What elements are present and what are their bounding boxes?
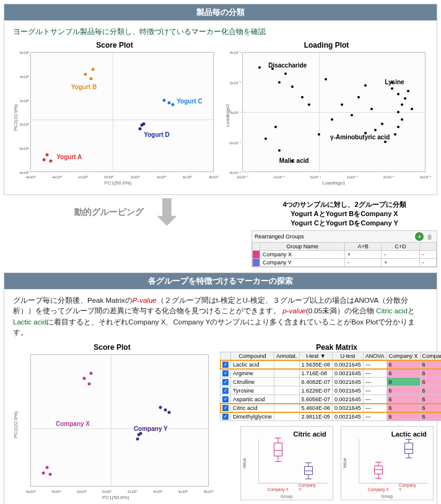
axis-y: PC2(22.9%) bbox=[13, 411, 19, 438]
table-row[interactable]: ✓Aspartic acid5.6056E-070.0021645---66 bbox=[220, 395, 442, 404]
boxplot-citric: Citric acid Value bbox=[240, 426, 333, 500]
label-disaccharide: Disaccharide bbox=[268, 62, 307, 69]
panel2-title: 各グループを特徴づけるマーカーの探索 bbox=[4, 273, 437, 289]
delete-group-button[interactable]: 🗑 bbox=[426, 232, 434, 241]
rearranged-title: Rearranged Groups bbox=[255, 233, 304, 240]
table-row[interactable]: ✓Tyrosine1.6226E-070.0021645---66 bbox=[220, 386, 442, 395]
table-row[interactable]: ✓Arginine1.716E-080.0021645---66 bbox=[220, 369, 442, 378]
label-company-y: Company Y bbox=[134, 425, 168, 432]
table-row[interactable]: ✓Citrulline6.4082E-070.0021645---06 bbox=[220, 378, 442, 386]
table-row[interactable]: Company Y - + - bbox=[253, 259, 437, 267]
panel2-paragraph: グループ毎に分類後、Peak MatrixのP-value（２グループ間はt-検… bbox=[13, 295, 428, 338]
add-group-button[interactable]: + bbox=[415, 232, 424, 241]
between-section: 動的グルーピング ⬇ 4つのサンプルに対し、2グループに分類 Yogurt Aと… bbox=[4, 200, 437, 267]
axis-x: PC1(50.6%) bbox=[102, 495, 129, 500]
peak-matrix-table[interactable]: CompoundAnnotat.t-test ▼U-testANOVACompa… bbox=[220, 352, 441, 421]
axis-x: Loadings1 bbox=[322, 180, 345, 186]
table-row[interactable]: Company X + - - bbox=[253, 251, 437, 259]
grouping-caption: 4つのサンプルに対し、2グループに分類 Yogurt AとYogurt BをCo… bbox=[251, 200, 437, 228]
axis-y: PC2(22.9%) bbox=[13, 104, 19, 131]
score-plot-1: PC2(22.9%) Yogurt B Yogurt C bbox=[13, 50, 216, 186]
loading-plot: Loadings2 Disaccharide Lysine γ-Aminobut… bbox=[225, 50, 428, 186]
panel-markers: 各グループを特徴づけるマーカーの探索 グループ毎に分類後、Peak Matrix… bbox=[4, 272, 437, 504]
score-plot-2-title: Score Plot bbox=[13, 343, 211, 352]
score-plot-title: Score Plot bbox=[13, 41, 216, 50]
label-yogurt-b: Yogurt B bbox=[71, 84, 97, 90]
panel1-intro: ヨーグルトサンプル製品毎に分類し、特徴づけているマーカー化合物を確認 bbox=[13, 27, 428, 37]
label-lysine: Lysine bbox=[385, 79, 404, 85]
panel-products: 製品毎の分類 ヨーグルトサンプル製品毎に分類し、特徴づけているマーカー化合物を確… bbox=[4, 4, 437, 195]
table-row[interactable]: ✓Lactic acid1.5635E-080.0021645---66 bbox=[220, 360, 442, 369]
label-malic: Malic acid bbox=[279, 157, 309, 164]
label-yogurt-c: Yogurt C bbox=[177, 98, 202, 105]
label-gaba: γ-Aminobutyric acid bbox=[330, 134, 390, 141]
axis-y: Loadings2 bbox=[225, 104, 230, 127]
box-plots: Citric acid Value bbox=[220, 426, 441, 500]
peak-matrix-title: Peak Matrix bbox=[220, 343, 441, 352]
panel1-title: 製品毎の分類 bbox=[4, 4, 437, 20]
loading-plot-title: Loading Plot bbox=[225, 41, 428, 50]
label-company-x: Company X bbox=[56, 420, 90, 427]
table-row[interactable]: ✓Dimethylglycine2.9811E-050.0021645---66 bbox=[220, 412, 442, 421]
label-yogurt-a: Yogurt A bbox=[56, 154, 82, 160]
axis-x: PC1(50.6%) bbox=[105, 180, 132, 186]
table-row[interactable]: ✓Citric acid5.4604E-060.0021645---66 bbox=[220, 404, 442, 412]
label-yogurt-d: Yogurt D bbox=[144, 131, 169, 138]
dynamic-grouping-label: 動的グルーピング bbox=[74, 207, 144, 218]
rearranged-groups-table: Group Name A+B C+D Company X + - - Compa… bbox=[252, 242, 437, 267]
score-plot-2: PC2(22.9%) Company X bbox=[13, 352, 211, 500]
rearranged-groups-panel: Rearranged Groups + 🗑 Group Name A+B C+D… bbox=[251, 230, 437, 267]
boxplot-lactic: Lactic acid Value bbox=[341, 426, 434, 500]
down-arrow-icon: ⬇ bbox=[152, 200, 181, 224]
panel1-body: ヨーグルトサンプル製品毎に分類し、特徴づけているマーカー化合物を確認 Score… bbox=[4, 20, 437, 194]
